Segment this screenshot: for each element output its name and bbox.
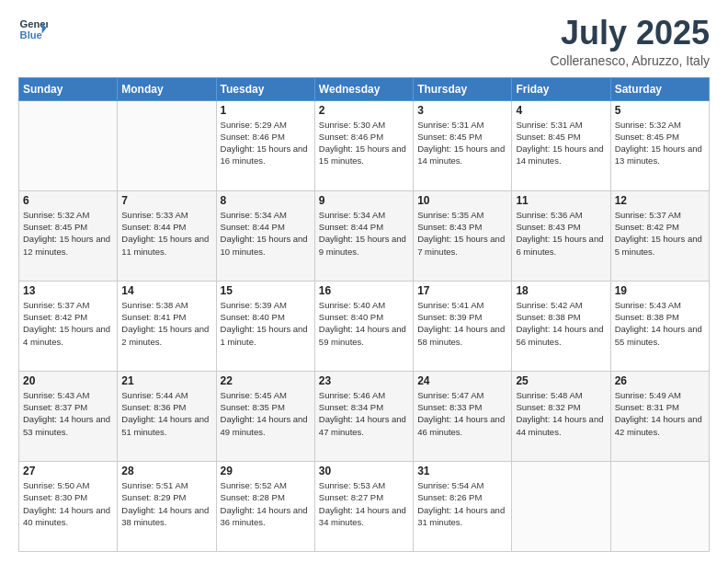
calendar-body: 1Sunrise: 5:29 AMSunset: 8:46 PMDaylight…: [19, 100, 710, 551]
week-row-3: 13Sunrise: 5:37 AMSunset: 8:42 PMDayligh…: [19, 281, 710, 371]
day-number: 31: [417, 465, 507, 477]
calendar-cell: 22Sunrise: 5:45 AMSunset: 8:35 PMDayligh…: [216, 371, 314, 461]
day-info: Sunrise: 5:30 AMSunset: 8:46 PMDaylight:…: [319, 119, 409, 167]
day-number: 18: [516, 284, 606, 297]
day-info: Sunrise: 5:51 AMSunset: 8:29 PMDaylight:…: [121, 479, 211, 528]
weekday-thursday: Thursday: [414, 77, 512, 100]
calendar-cell: 26Sunrise: 5:49 AMSunset: 8:31 PMDayligh…: [610, 371, 709, 461]
calendar-cell: 27Sunrise: 5:50 AMSunset: 8:30 PMDayligh…: [19, 461, 118, 551]
weekday-monday: Monday: [118, 77, 216, 100]
calendar-page: General Blue July 2025 Colleranesco, Abr…: [0, 0, 728, 563]
calendar-cell: [118, 100, 216, 190]
day-info: Sunrise: 5:50 AMSunset: 8:30 PMDaylight:…: [23, 479, 113, 528]
day-number: 6: [23, 194, 113, 207]
day-info: Sunrise: 5:47 AMSunset: 8:33 PMDaylight:…: [417, 389, 507, 438]
calendar-cell: 23Sunrise: 5:46 AMSunset: 8:34 PMDayligh…: [314, 371, 413, 461]
day-info: Sunrise: 5:35 AMSunset: 8:43 PMDaylight:…: [417, 209, 507, 258]
calendar-cell: 18Sunrise: 5:42 AMSunset: 8:38 PMDayligh…: [512, 281, 610, 371]
day-number: 16: [319, 284, 409, 297]
calendar-cell: 16Sunrise: 5:40 AMSunset: 8:40 PMDayligh…: [314, 281, 413, 371]
day-info: Sunrise: 5:49 AMSunset: 8:31 PMDaylight:…: [615, 389, 705, 438]
day-info: Sunrise: 5:39 AMSunset: 8:40 PMDaylight:…: [221, 299, 311, 348]
calendar-cell: 21Sunrise: 5:44 AMSunset: 8:36 PMDayligh…: [118, 371, 216, 461]
day-info: Sunrise: 5:34 AMSunset: 8:44 PMDaylight:…: [221, 209, 311, 258]
day-number: 15: [221, 284, 311, 297]
calendar-cell: 11Sunrise: 5:36 AMSunset: 8:43 PMDayligh…: [512, 190, 610, 281]
header: General Blue July 2025 Colleranesco, Abr…: [18, 15, 710, 68]
day-number: 9: [319, 194, 409, 207]
day-info: Sunrise: 5:52 AMSunset: 8:28 PMDaylight:…: [221, 479, 311, 528]
calendar-cell: 25Sunrise: 5:48 AMSunset: 8:32 PMDayligh…: [512, 371, 610, 461]
month-year: July 2025: [550, 15, 710, 52]
day-info: Sunrise: 5:32 AMSunset: 8:45 PMDaylight:…: [615, 119, 705, 167]
day-number: 11: [516, 194, 606, 207]
day-info: Sunrise: 5:31 AMSunset: 8:45 PMDaylight:…: [417, 119, 507, 167]
calendar-cell: 20Sunrise: 5:43 AMSunset: 8:37 PMDayligh…: [19, 371, 118, 461]
week-row-5: 27Sunrise: 5:50 AMSunset: 8:30 PMDayligh…: [19, 461, 710, 551]
day-info: Sunrise: 5:43 AMSunset: 8:38 PMDaylight:…: [615, 299, 705, 348]
calendar-cell: 9Sunrise: 5:34 AMSunset: 8:44 PMDaylight…: [314, 190, 413, 281]
calendar-cell: 24Sunrise: 5:47 AMSunset: 8:33 PMDayligh…: [414, 371, 512, 461]
day-number: 13: [23, 284, 113, 297]
day-number: 4: [516, 104, 606, 117]
day-info: Sunrise: 5:48 AMSunset: 8:32 PMDaylight:…: [516, 389, 606, 438]
calendar-cell: 15Sunrise: 5:39 AMSunset: 8:40 PMDayligh…: [216, 281, 314, 371]
calendar-table: SundayMondayTuesdayWednesdayThursdayFrid…: [18, 77, 710, 552]
day-number: 22: [221, 374, 311, 387]
day-number: 25: [516, 374, 606, 387]
day-info: Sunrise: 5:43 AMSunset: 8:37 PMDaylight:…: [23, 389, 113, 438]
day-number: 21: [121, 374, 211, 387]
calendar-cell: 28Sunrise: 5:51 AMSunset: 8:29 PMDayligh…: [118, 461, 216, 551]
day-info: Sunrise: 5:31 AMSunset: 8:45 PMDaylight:…: [516, 119, 606, 167]
calendar-cell: [512, 461, 610, 551]
calendar-cell: 4Sunrise: 5:31 AMSunset: 8:45 PMDaylight…: [512, 100, 610, 190]
calendar-cell: 29Sunrise: 5:52 AMSunset: 8:28 PMDayligh…: [216, 461, 314, 551]
day-number: 1: [221, 104, 311, 117]
day-number: 10: [417, 194, 507, 207]
day-info: Sunrise: 5:40 AMSunset: 8:40 PMDaylight:…: [319, 299, 409, 348]
day-info: Sunrise: 5:36 AMSunset: 8:43 PMDaylight:…: [516, 209, 606, 258]
day-number: 12: [615, 194, 705, 207]
svg-text:Blue: Blue: [20, 29, 42, 40]
day-info: Sunrise: 5:46 AMSunset: 8:34 PMDaylight:…: [319, 389, 409, 438]
calendar-cell: 5Sunrise: 5:32 AMSunset: 8:45 PMDaylight…: [610, 100, 709, 190]
day-number: 7: [121, 194, 211, 207]
day-number: 20: [23, 374, 113, 387]
calendar-cell: 2Sunrise: 5:30 AMSunset: 8:46 PMDaylight…: [314, 100, 413, 190]
day-info: Sunrise: 5:32 AMSunset: 8:45 PMDaylight:…: [23, 209, 113, 258]
calendar-cell: 19Sunrise: 5:43 AMSunset: 8:38 PMDayligh…: [610, 281, 709, 371]
week-row-2: 6Sunrise: 5:32 AMSunset: 8:45 PMDaylight…: [19, 190, 710, 281]
calendar-cell: [610, 461, 709, 551]
calendar-cell: 14Sunrise: 5:38 AMSunset: 8:41 PMDayligh…: [118, 281, 216, 371]
day-number: 28: [121, 465, 211, 477]
day-info: Sunrise: 5:45 AMSunset: 8:35 PMDaylight:…: [221, 389, 311, 438]
calendar-cell: 30Sunrise: 5:53 AMSunset: 8:27 PMDayligh…: [314, 461, 413, 551]
calendar-cell: 7Sunrise: 5:33 AMSunset: 8:44 PMDaylight…: [118, 190, 216, 281]
calendar-cell: 1Sunrise: 5:29 AMSunset: 8:46 PMDaylight…: [216, 100, 314, 190]
calendar-cell: 3Sunrise: 5:31 AMSunset: 8:45 PMDaylight…: [414, 100, 512, 190]
day-number: 23: [319, 374, 409, 387]
logo-icon: General Blue: [18, 15, 48, 44]
week-row-4: 20Sunrise: 5:43 AMSunset: 8:37 PMDayligh…: [19, 371, 710, 461]
location: Colleranesco, Abruzzo, Italy: [550, 53, 710, 68]
calendar-cell: 13Sunrise: 5:37 AMSunset: 8:42 PMDayligh…: [19, 281, 118, 371]
day-number: 2: [319, 104, 409, 117]
day-info: Sunrise: 5:54 AMSunset: 8:26 PMDaylight:…: [417, 479, 507, 528]
calendar-cell: [19, 100, 118, 190]
calendar-cell: 17Sunrise: 5:41 AMSunset: 8:39 PMDayligh…: [414, 281, 512, 371]
day-info: Sunrise: 5:29 AMSunset: 8:46 PMDaylight:…: [221, 119, 311, 167]
weekday-wednesday: Wednesday: [314, 77, 413, 100]
day-info: Sunrise: 5:33 AMSunset: 8:44 PMDaylight:…: [121, 209, 211, 258]
day-info: Sunrise: 5:38 AMSunset: 8:41 PMDaylight:…: [121, 299, 211, 348]
day-number: 26: [615, 374, 705, 387]
weekday-friday: Friday: [512, 77, 610, 100]
day-number: 8: [221, 194, 311, 207]
day-info: Sunrise: 5:37 AMSunset: 8:42 PMDaylight:…: [615, 209, 705, 258]
day-info: Sunrise: 5:42 AMSunset: 8:38 PMDaylight:…: [516, 299, 606, 348]
day-number: 27: [23, 465, 113, 477]
weekday-header-row: SundayMondayTuesdayWednesdayThursdayFrid…: [19, 77, 710, 100]
day-info: Sunrise: 5:44 AMSunset: 8:36 PMDaylight:…: [121, 389, 211, 438]
day-number: 30: [319, 465, 409, 477]
day-info: Sunrise: 5:37 AMSunset: 8:42 PMDaylight:…: [23, 299, 113, 348]
weekday-sunday: Sunday: [19, 77, 118, 100]
